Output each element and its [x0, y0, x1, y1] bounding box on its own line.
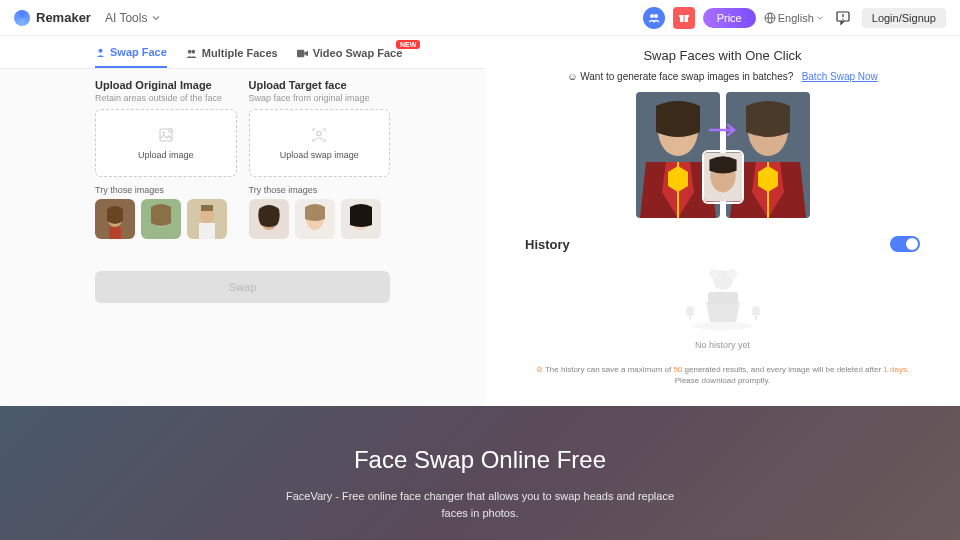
community-icon[interactable]	[643, 7, 665, 29]
empty-state-icon	[678, 262, 768, 332]
swap-button[interactable]: Swap	[95, 271, 390, 303]
empty-history: No history yet	[525, 262, 920, 350]
svg-point-0	[650, 14, 654, 18]
hero-title: Face Swap Online Free	[20, 446, 940, 474]
people-icon	[185, 48, 198, 59]
logo-icon	[14, 10, 30, 26]
history-note: ⊘ The history can save a maximum of 50 g…	[525, 364, 920, 386]
language-label: English	[778, 12, 814, 24]
note-max: 50	[673, 365, 682, 374]
svg-point-16	[162, 132, 164, 134]
upload-row: Upload Original Image Retain areas outsi…	[0, 69, 485, 249]
svg-point-44	[727, 269, 737, 279]
hero: Face Swap Online Free FaceVary - Free on…	[0, 406, 960, 540]
svg-rect-4	[683, 15, 684, 22]
language-selector[interactable]: English	[764, 12, 824, 24]
sample-thumbs-original	[95, 199, 237, 239]
chevron-down-icon	[816, 14, 824, 22]
person-icon	[95, 47, 106, 58]
sample-thumb[interactable]	[249, 199, 289, 239]
header: Remaker AI Tools Price English Login/Sig…	[0, 0, 960, 36]
tab-label: Swap Face	[110, 46, 167, 58]
upload-subtitle: Swap face from original image	[249, 93, 391, 103]
batch-line: ☺ Want to generate face swap images in b…	[525, 71, 920, 82]
arrow-icon	[708, 122, 738, 138]
drop-label: Upload swap image	[280, 150, 359, 160]
try-label: Try those images	[95, 185, 237, 195]
history-toggle[interactable]	[890, 236, 920, 252]
ai-tools-dropdown[interactable]: AI Tools	[105, 11, 161, 25]
batch-question: Want to generate face swap images in bat…	[580, 71, 793, 82]
svg-point-10	[842, 18, 843, 19]
gift-icon[interactable]	[673, 7, 695, 29]
svg-point-1	[654, 14, 658, 18]
upload-title: Upload Original Image	[95, 79, 237, 91]
upload-target-col: Upload Target face Swap face from origin…	[249, 79, 391, 239]
demo-overlay-face	[702, 150, 744, 204]
left-panel: Swap Face Multiple Faces Video Swap Face…	[0, 36, 485, 406]
upload-target-dropzone[interactable]: Upload swap image	[249, 109, 391, 177]
chevron-down-icon	[151, 13, 161, 23]
svg-rect-26	[199, 223, 215, 239]
batch-swap-link[interactable]: Batch Swap Now	[802, 71, 878, 82]
sample-thumb[interactable]	[187, 199, 227, 239]
sample-thumbs-target	[249, 199, 391, 239]
hero-subtitle: FaceVary - Free online face changer that…	[280, 488, 680, 521]
right-panel: Swap Faces with One Click ☺ Want to gene…	[485, 36, 960, 406]
try-label: Try those images	[249, 185, 391, 195]
note-days: 1 days	[883, 365, 907, 374]
video-icon	[296, 48, 309, 59]
tab-label: Multiple Faces	[202, 47, 278, 59]
upload-subtitle: Retain areas outside of the face	[95, 93, 237, 103]
svg-rect-25	[201, 205, 213, 211]
svg-point-46	[752, 306, 760, 314]
globe-icon	[764, 12, 776, 24]
ai-tools-label: AI Tools	[105, 11, 147, 25]
svg-point-13	[191, 49, 195, 53]
svg-rect-14	[297, 49, 304, 56]
svg-point-45	[686, 306, 694, 314]
sample-thumb[interactable]	[341, 199, 381, 239]
sample-thumb[interactable]	[141, 199, 181, 239]
history-header: History	[525, 236, 920, 252]
svg-point-43	[709, 269, 719, 279]
new-badge: NEW	[396, 40, 420, 49]
tab-multiple-faces[interactable]: Multiple Faces	[185, 46, 278, 68]
logo[interactable]: Remaker	[14, 10, 91, 26]
no-history-text: No history yet	[525, 340, 920, 350]
tabs: Swap Face Multiple Faces Video Swap Face…	[0, 36, 485, 69]
tab-video-swap[interactable]: Video Swap Face NEW	[296, 46, 403, 68]
login-button[interactable]: Login/Signup	[862, 8, 946, 28]
face-upload-icon	[310, 126, 328, 144]
note-text-1: The history can save a maximum of	[545, 365, 674, 374]
svg-point-11	[98, 48, 102, 52]
demo-image	[525, 92, 920, 218]
svg-point-40	[693, 322, 753, 330]
svg-rect-20	[109, 227, 121, 239]
smile-icon: ☺	[567, 71, 577, 82]
warning-icon: ⊘	[536, 365, 543, 374]
tab-label: Video Swap Face	[313, 47, 403, 59]
svg-rect-41	[708, 292, 738, 304]
tab-swap-face[interactable]: Swap Face	[95, 46, 167, 68]
main: Swap Face Multiple Faces Video Swap Face…	[0, 36, 960, 406]
header-left: Remaker AI Tools	[14, 10, 161, 26]
sample-thumb[interactable]	[295, 199, 335, 239]
history-title: History	[525, 237, 570, 252]
brand-name: Remaker	[36, 10, 91, 25]
upload-icon	[157, 126, 175, 144]
svg-point-12	[188, 49, 192, 53]
feedback-icon[interactable]	[832, 7, 854, 29]
upload-original-dropzone[interactable]: Upload image	[95, 109, 237, 177]
price-button[interactable]: Price	[703, 8, 756, 28]
upload-title: Upload Target face	[249, 79, 391, 91]
upload-original-col: Upload Original Image Retain areas outsi…	[95, 79, 237, 239]
note-text-2: generated results, and every image will …	[682, 365, 883, 374]
sample-thumb[interactable]	[95, 199, 135, 239]
drop-label: Upload image	[138, 150, 194, 160]
header-right: Price English Login/Signup	[643, 7, 946, 29]
svg-point-27	[317, 131, 322, 136]
right-panel-title: Swap Faces with One Click	[525, 48, 920, 63]
